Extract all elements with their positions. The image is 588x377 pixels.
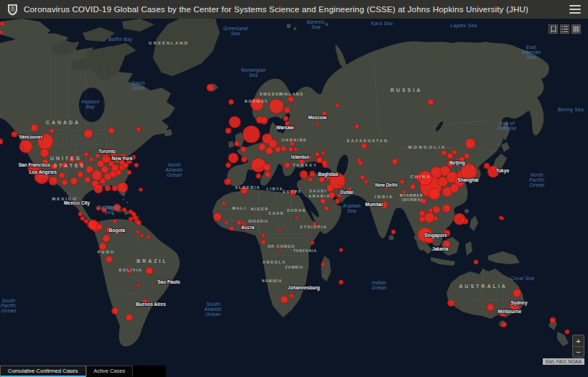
case-bubble[interactable] <box>339 280 343 284</box>
case-bubble[interactable] <box>0 31 3 34</box>
case-bubble[interactable] <box>311 241 314 245</box>
case-bubble[interactable] <box>19 140 32 153</box>
legend-icon[interactable] <box>560 24 569 34</box>
case-bubble[interactable] <box>284 116 289 121</box>
case-bubble[interactable] <box>322 161 327 166</box>
case-bubble[interactable] <box>78 172 83 177</box>
case-bubble[interactable] <box>70 177 78 185</box>
case-bubble[interactable] <box>147 236 151 239</box>
case-bubble[interactable] <box>513 289 521 297</box>
zoom-out-button[interactable]: − <box>573 346 584 357</box>
case-bubble[interactable] <box>321 199 326 204</box>
case-bubble[interactable] <box>484 163 490 169</box>
case-bubble[interactable] <box>433 206 440 213</box>
zoom-in-button[interactable]: + <box>573 335 584 346</box>
case-bubble[interactable] <box>325 206 329 210</box>
world-map[interactable]: Baffin BayDavisStraitHudsonBayGreenlandS… <box>0 19 588 377</box>
case-bubble[interactable] <box>338 185 342 189</box>
case-bubble[interactable] <box>136 284 139 287</box>
case-bubble[interactable] <box>465 139 475 149</box>
bookmark-icon[interactable] <box>549 24 558 34</box>
case-bubble[interactable] <box>106 256 113 263</box>
case-bubble[interactable] <box>251 158 266 172</box>
case-bubble[interactable] <box>419 210 425 216</box>
case-bubble[interactable] <box>127 170 131 174</box>
basemap-icon[interactable] <box>571 24 581 34</box>
case-bubble[interactable] <box>0 22 4 26</box>
case-bubble[interactable] <box>59 172 65 178</box>
case-bubble[interactable] <box>139 188 143 192</box>
case-bubble[interactable] <box>316 123 319 126</box>
case-bubble[interactable] <box>269 99 284 113</box>
case-bubble[interactable] <box>362 144 367 149</box>
case-bubble[interactable] <box>118 182 128 192</box>
case-bubble[interactable] <box>300 171 308 179</box>
case-bubble[interactable] <box>129 217 133 221</box>
case-bubble[interactable] <box>108 128 114 134</box>
case-bubble[interactable] <box>84 129 93 138</box>
case-bubble[interactable] <box>230 226 234 231</box>
case-bubble[interactable] <box>40 149 49 157</box>
case-bubble[interactable] <box>438 177 448 187</box>
case-bubble[interactable] <box>229 116 241 128</box>
case-bubble[interactable] <box>465 154 470 159</box>
case-bubble[interactable] <box>261 117 268 124</box>
case-bubble[interactable] <box>207 84 214 91</box>
case-bubble[interactable] <box>241 157 247 162</box>
case-bubble[interactable] <box>266 147 273 154</box>
case-bubble[interactable] <box>265 172 271 177</box>
case-bubble[interactable] <box>84 152 88 157</box>
case-bubble[interactable] <box>103 235 110 242</box>
case-bubble[interactable] <box>225 221 228 225</box>
case-bubble[interactable] <box>340 248 343 252</box>
case-bubble[interactable] <box>134 163 139 167</box>
case-bubble[interactable] <box>474 260 478 264</box>
case-bubble[interactable] <box>122 208 126 212</box>
case-bubble[interactable] <box>223 202 226 205</box>
case-bubble[interactable] <box>85 177 90 182</box>
case-bubble[interactable] <box>11 131 17 137</box>
case-bubble[interactable] <box>443 205 451 213</box>
case-bubble[interactable] <box>226 163 231 168</box>
case-bubble[interactable] <box>419 216 425 222</box>
case-bubble[interactable] <box>336 104 340 108</box>
case-bubble[interactable] <box>281 146 286 152</box>
case-bubble[interactable] <box>391 230 396 234</box>
case-bubble[interactable] <box>327 185 334 192</box>
case-bubble[interactable] <box>365 180 368 184</box>
case-bubble[interactable] <box>214 213 222 221</box>
case-bubble[interactable] <box>243 126 260 143</box>
case-bubble[interactable] <box>228 153 238 163</box>
case-bubble[interactable] <box>294 148 298 152</box>
case-bubble[interactable] <box>78 212 83 216</box>
case-bubble[interactable] <box>289 147 293 152</box>
case-bubble[interactable] <box>288 96 294 102</box>
hamburger-menu-icon[interactable] <box>569 5 581 14</box>
case-bubble[interactable] <box>400 180 404 184</box>
case-bubble[interactable] <box>487 304 494 311</box>
case-bubble[interactable] <box>315 152 319 157</box>
case-bubble[interactable] <box>309 171 315 177</box>
case-bubble[interactable] <box>447 153 453 159</box>
case-bubble[interactable] <box>225 179 231 185</box>
case-bubble[interactable] <box>136 220 141 225</box>
case-bubble[interactable] <box>424 213 434 223</box>
case-bubble[interactable] <box>262 234 266 238</box>
case-bubble[interactable] <box>112 308 118 315</box>
case-bubble[interactable] <box>241 146 246 152</box>
case-bubble[interactable] <box>411 185 416 190</box>
case-bubble[interactable] <box>95 154 100 158</box>
case-bubble[interactable] <box>136 127 141 131</box>
case-bubble[interactable] <box>434 216 438 220</box>
case-bubble[interactable] <box>428 99 434 105</box>
case-bubble[interactable] <box>105 185 111 191</box>
case-bubble[interactable] <box>94 185 103 193</box>
case-bubble[interactable] <box>225 128 231 134</box>
case-bubble[interactable] <box>281 296 288 303</box>
case-bubble[interactable] <box>289 294 294 298</box>
case-bubble[interactable] <box>322 263 325 266</box>
case-bubble[interactable] <box>454 213 465 225</box>
case-bubble[interactable] <box>113 220 117 223</box>
case-bubble[interactable] <box>308 177 312 182</box>
case-bubble[interactable] <box>263 164 271 171</box>
